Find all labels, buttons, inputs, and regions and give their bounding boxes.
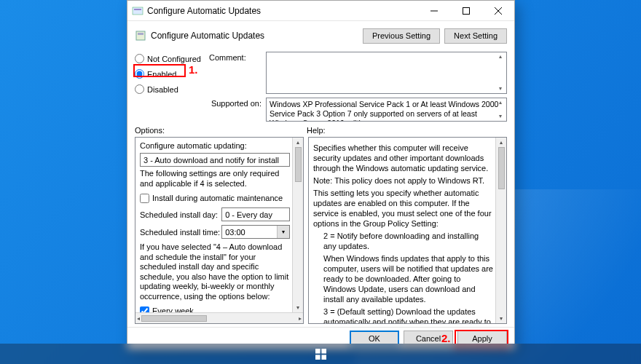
policy-icon [135, 30, 146, 41]
help-p6: 3 = (Default setting) Download the updat… [313, 306, 493, 323]
maintenance-checkbox[interactable]: Install during automatic maintenance [140, 193, 290, 203]
start-button[interactable] [306, 344, 335, 364]
close-button[interactable] [482, 1, 514, 21]
svg-rect-0 [133, 7, 143, 15]
minimize-button[interactable] [418, 1, 450, 21]
radio-disabled[interactable]: Disabled [135, 84, 208, 95]
radio-not-configured[interactable]: Not Configured [135, 53, 208, 64]
comment-scrollbar[interactable]: ▴▾ [495, 53, 506, 92]
previous-setting-button[interactable]: Previous Setting [363, 28, 440, 44]
supported-on-box: Windows XP Professional Service Pack 1 o… [266, 98, 507, 122]
help-p1: Specifies whether this computer will rec… [313, 143, 493, 173]
install-time-combo[interactable]: 03:00▾ [221, 225, 290, 239]
header-row: Configure Automatic Updates Previous Set… [135, 25, 507, 46]
window-title: Configure Automatic Updates [147, 6, 418, 16]
options-note: The following settings are only required… [140, 169, 290, 189]
comment-label: Comment: [209, 52, 264, 95]
help-p4: 2 = Notify before downloading and instal… [313, 231, 493, 251]
options-paragraph-2: If you have selected "4 – Auto download … [140, 242, 290, 301]
supported-label: Supported on: [209, 98, 264, 122]
svg-rect-11 [321, 355, 326, 360]
help-p3: This setting lets you specify whether au… [313, 188, 493, 229]
svg-rect-7 [138, 33, 143, 35]
maximize-button[interactable] [450, 1, 482, 21]
help-p5: When Windows finds updates that apply to… [313, 253, 493, 304]
state-radio-group: Not Configured Enabled Disabled [135, 52, 208, 95]
svg-rect-1 [134, 9, 141, 10]
windows-logo-icon [315, 349, 326, 360]
svg-rect-3 [463, 7, 470, 14]
svg-rect-6 [136, 31, 145, 40]
radio-enabled[interactable]: Enabled [135, 68, 208, 79]
options-label: Options: [135, 126, 307, 135]
options-horizontal-scrollbar[interactable]: ◂▸ [135, 312, 303, 323]
svg-rect-8 [315, 349, 320, 354]
next-setting-button[interactable]: Next Setting [444, 28, 507, 44]
chevron-down-icon: ▾ [277, 226, 289, 238]
help-p2: Note: This policy does not apply to Wind… [313, 175, 493, 186]
help-panel: Specifies whether this computer will rec… [308, 137, 507, 324]
comment-textarea[interactable]: ▴▾ [266, 52, 507, 94]
header-title: Configure Automatic Updates [151, 31, 358, 41]
install-day-combo[interactable]: 0 - Every day [221, 207, 290, 221]
gpedit-dialog: Configure Automatic Updates Configure Au… [127, 0, 515, 349]
every-week-checkbox[interactable]: Every week [140, 306, 290, 312]
configure-updating-label: Configure automatic updating: [140, 141, 290, 151]
supported-scrollbar[interactable]: ▴▾ [495, 99, 506, 120]
help-vertical-scrollbar[interactable]: ▴▾ [495, 138, 506, 323]
install-day-label: Scheduled install day: [140, 210, 221, 220]
title-bar[interactable]: Configure Automatic Updates [127, 1, 514, 21]
configure-updating-combo[interactable]: 3 - Auto download and notify for install [140, 153, 290, 167]
app-icon [132, 5, 143, 17]
supported-on-text: Windows XP Professional Service Pack 1 o… [270, 100, 498, 122]
taskbar[interactable] [0, 344, 641, 364]
help-label: Help: [307, 126, 326, 135]
options-vertical-scrollbar[interactable]: ▴▾ [292, 138, 303, 312]
options-panel: Configure automatic updating: 3 - Auto d… [135, 137, 304, 324]
svg-rect-10 [315, 355, 320, 360]
install-time-label: Scheduled install time: [140, 227, 221, 237]
svg-rect-9 [321, 349, 326, 354]
